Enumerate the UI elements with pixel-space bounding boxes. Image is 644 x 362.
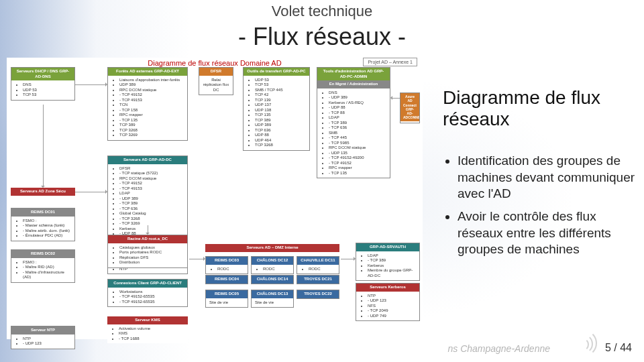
list-item: Kerberos (119, 227, 184, 232)
list-item: RPC DCOM statique (119, 176, 184, 182)
list-item: - TCP 135 (329, 171, 386, 176)
node-forets-externes: Forêts AD externes GRP-AD-EXT Liaisons d… (107, 67, 188, 141)
list-item: UDP 138 (255, 108, 306, 113)
list-item: - TCP 49152-65535 (119, 294, 184, 300)
list-item: - TCP 135 (119, 118, 184, 123)
list-item: - TCP 49152 (329, 161, 386, 166)
list-item: NFS (368, 304, 416, 309)
page-number: 5 / 44 (605, 342, 632, 354)
node-header: TROYES DC22 (297, 290, 339, 298)
network-flow-diagram: Diagramme de flux réseaux Domaine AD Pro… (7, 58, 423, 339)
node-troyes-dc22: TROYES DC22 (297, 290, 339, 299)
footer-logo-icon (557, 330, 597, 357)
list-item: TCP 42 (255, 93, 306, 98)
node-dmz-interne-banner: Serveurs AD – DMZ Interne (205, 244, 339, 252)
list-item: SMB (329, 131, 386, 136)
list-item: - Émulateur PDC (AD) (23, 233, 71, 239)
arrow (189, 259, 204, 259)
list-item: - TCP 49152-65535 (119, 300, 184, 305)
list-item: RPC DCOM statique (119, 88, 184, 93)
list-item: RODC (263, 267, 290, 272)
node-reims-dc02: REIMS DC02 FSMO : - Maître RID (AD) - Ma… (11, 249, 75, 283)
node-header: Serveur KMS (107, 316, 188, 324)
node-header: Tools d'administration AD GRP-AD-PC-ADMI… (317, 68, 390, 80)
node-chalons-dc14: CHÂLONS DC14 (251, 275, 294, 284)
node-header: CHAUVILLE DC11 (297, 257, 339, 265)
list-item: Distribution (119, 260, 184, 265)
node-reims-dc04: REIMS DC04 (205, 275, 248, 284)
list-item: - TCP 389 (368, 258, 416, 263)
node-header: REIMS DC03 (206, 257, 248, 265)
list-item: TCP 139 (255, 98, 306, 103)
list-item: Workstations (119, 290, 184, 295)
list-item: Kerberos / AS-REQ (329, 101, 386, 106)
side-text-column: Diagramme de flux réseaux Identification… (443, 87, 637, 264)
list-item: RPC mapper (329, 166, 386, 171)
node-header: Azure AD Connect GRP-AD-ADCONNECT (400, 93, 419, 121)
node-header: CHÂLONS DC12 (252, 257, 293, 265)
bullet-list: Identification des groupes de machines d… (443, 153, 637, 257)
slide-title: - Flux réseaux - (0, 23, 644, 51)
list-item: - TCP 389 (119, 201, 184, 206)
list-item: DNS (329, 90, 386, 96)
arrow (75, 84, 106, 85)
node-serveur-kms: Serveur KMS Activation volume KMS - TCP … (107, 316, 188, 343)
list-item: - TCP 2049 (368, 308, 416, 314)
node-header: Serveurs Kerberos (356, 284, 419, 292)
list-item: RODC (217, 267, 244, 272)
node-header: Serveurs AD GRP-AD-DC (108, 156, 187, 164)
list-item: TCP 389 (119, 123, 184, 128)
list-item: - UDP 749 (368, 314, 416, 319)
list-item: Kerberos (368, 263, 416, 269)
arrow (148, 225, 148, 233)
node-header: REIMS DC05 (206, 290, 248, 298)
list-item: TCP 3268 (255, 143, 306, 148)
list-item: - TCP 88 (329, 111, 386, 116)
list-item: TCP 135 (255, 113, 306, 118)
list-item: - TCP 49153 (119, 186, 184, 192)
list-item: Liaisons d'approbation inter-forêts (119, 78, 184, 83)
list-item: - TCP statique (5722) (119, 171, 184, 176)
node-subheader: En Mgmt / Administration (317, 80, 390, 88)
node-header: Serveur NTP (11, 326, 74, 335)
list-item: - TCP 445 (329, 135, 386, 141)
node-chauville-dc11: CHAUVILLE DC11 RODC (297, 256, 339, 274)
list-item: FSMO : (23, 260, 71, 265)
arrow (392, 98, 400, 99)
list-item: Réplication DFS (119, 255, 184, 261)
list-item: - TCP 5985 (329, 141, 386, 146)
bullet-item: Identification des groupes de machines d… (458, 153, 637, 202)
list-item: UDP 389 (255, 123, 306, 128)
node-note: Site de vie (252, 298, 293, 308)
node-header: Serveurs DHCP / DNS GRP-AD-DNS (11, 68, 74, 80)
list-item: RPC DCOM statique (329, 145, 386, 151)
list-item: NTP (368, 294, 416, 299)
node-troyes-dc21: TROYES DC21 (297, 275, 339, 284)
list-item: - TCP 636 (329, 125, 386, 131)
list-item: - UDP 389 (329, 95, 386, 101)
list-item: Activation volume (119, 326, 184, 332)
node-header: Serveurs AD – DMZ Interne (205, 244, 339, 252)
node-header: Forêts AD externes GRP-AD-EXT (108, 68, 187, 76)
list-item: TCP 53 (23, 93, 71, 98)
side-heading: Diagramme de flux réseaux (443, 87, 637, 130)
node-header: CHÂLONS DC13 (252, 290, 293, 298)
list-item: - TCP 636 (119, 206, 184, 212)
node-serveurs-dhcp-dns: Serveurs DHCP / DNS GRP-AD-DNS DNS UDP 5… (11, 67, 75, 101)
list-item: FSMO : (23, 219, 71, 224)
list-item: TCP 3269 (119, 133, 184, 138)
list-item: UDP 464 (255, 138, 306, 143)
list-item: - UDP 123 (23, 341, 71, 347)
list-item: UDP 389 (119, 82, 184, 88)
node-dfsr: DFSR Relai réplication flux DC (199, 67, 233, 95)
list-item: UDP 137 (255, 103, 306, 108)
node-note: Relai réplication flux DC (199, 76, 233, 95)
list-item: NTP (23, 337, 71, 342)
list-item: RPC mapper (119, 113, 184, 118)
list-item: SMB / TCP 445 (255, 88, 306, 93)
list-item: - TCP 3269 (119, 221, 184, 227)
list-item: DNS (23, 82, 71, 88)
node-header: REIMS DC02 (11, 250, 74, 258)
node-reims-dc05: REIMS DC05 Site de vie (205, 290, 248, 308)
node-note: Site de vie (206, 298, 248, 308)
